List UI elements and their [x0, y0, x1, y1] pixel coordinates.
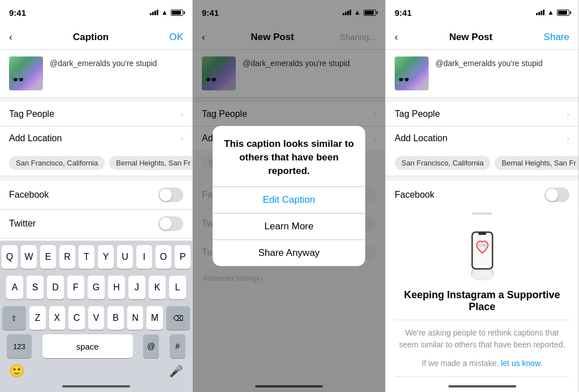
- key-t[interactable]: T: [79, 245, 94, 269]
- key-f[interactable]: F: [67, 276, 84, 299]
- key-q[interactable]: Q: [2, 245, 18, 269]
- key-at[interactable]: @: [143, 334, 159, 358]
- key-space[interactable]: space: [42, 334, 133, 358]
- dictation-key[interactable]: 🎤: [169, 364, 183, 378]
- tags-row-3: San Francisco, California Bernal Heights…: [386, 150, 578, 176]
- ok-button-1[interactable]: OK: [169, 32, 183, 43]
- key-y[interactable]: Y: [98, 245, 114, 269]
- key-b[interactable]: B: [107, 306, 124, 330]
- time-3: 9:41: [395, 8, 412, 18]
- share-anyway-button[interactable]: Share Anyway: [213, 240, 365, 266]
- let-us-know-link[interactable]: let us know.: [501, 359, 542, 368]
- key-m[interactable]: M: [146, 306, 163, 330]
- bar1: [536, 13, 538, 15]
- bar4: [157, 10, 158, 15]
- svg-point-4: [478, 243, 482, 247]
- caption-text-1[interactable]: @dark_emeralds you're stupid: [50, 56, 157, 68]
- key-v[interactable]: V: [88, 306, 105, 330]
- home-indicator-1: [0, 381, 192, 392]
- share-button-3[interactable]: Share: [544, 32, 569, 43]
- key-shift[interactable]: ⇧: [2, 306, 26, 330]
- tag-bernal[interactable]: Bernal Heights, San Fr: [109, 156, 192, 170]
- emoji-key[interactable]: 🙂: [9, 364, 24, 378]
- nav-title-1: Caption: [73, 32, 109, 43]
- warning-modal: This caption looks similar to others tha…: [213, 126, 365, 266]
- key-l[interactable]: L: [169, 276, 186, 299]
- key-123[interactable]: 123: [7, 334, 32, 358]
- phone-1: 9:41 ▲ ‹ Caption OK 🕶️ @dark_emeralds yo…: [0, 0, 193, 392]
- key-hash[interactable]: #: [170, 334, 185, 358]
- facebook-switch-1[interactable]: [158, 188, 183, 202]
- tag-people-item-3: Tag People ›: [386, 102, 578, 127]
- key-g[interactable]: G: [88, 276, 105, 299]
- nav-bar-3: ‹ New Post Share: [386, 25, 578, 50]
- key-d[interactable]: D: [47, 276, 64, 299]
- list-section-3: Tag People › Add Location ›: [386, 102, 578, 150]
- key-c[interactable]: C: [68, 306, 85, 330]
- twitter-switch-1[interactable]: [158, 216, 183, 231]
- wifi-icon-1: ▲: [161, 8, 168, 16]
- post-preview-1: 🕶️ @dark_emeralds you're stupid: [0, 50, 192, 98]
- keyboard-row-2: A S D F G H J K L: [0, 271, 192, 302]
- sheet-illustration: [395, 224, 569, 280]
- phone-2: 9:41 ▲ ‹ New Post Sharing... 🕶️ @dark_em…: [193, 0, 386, 392]
- svg-point-0: [471, 269, 494, 280]
- home-bar: [62, 385, 130, 387]
- signal-bars-3: [536, 10, 545, 15]
- post-thumbnail-3: 🕶️: [395, 56, 429, 90]
- key-x[interactable]: X: [49, 306, 66, 330]
- modal-body: This caption looks similar to others tha…: [213, 126, 365, 186]
- bottom-sheet: Keeping Instagram a Supportive Place We'…: [386, 203, 578, 392]
- status-bar-3: 9:41 ▲: [386, 0, 578, 25]
- chevron-icon-3b: ›: [567, 134, 569, 143]
- phone-heart-svg: [460, 224, 505, 280]
- facebook-toggle-1[interactable]: Facebook: [0, 181, 192, 210]
- back-button-1[interactable]: ‹: [9, 32, 12, 43]
- battery-3: [557, 10, 569, 16]
- key-j[interactable]: J: [128, 276, 145, 299]
- key-n[interactable]: N: [127, 306, 144, 330]
- sheet-body-1: We're asking people to rethink captions …: [395, 327, 569, 351]
- key-o[interactable]: O: [155, 245, 171, 269]
- tag-people-item-1[interactable]: Tag People ›: [0, 102, 192, 127]
- list-section-1: Tag People › Add Location ›: [0, 102, 192, 150]
- key-a[interactable]: A: [6, 276, 23, 299]
- sheet-separator-1: [395, 320, 569, 320]
- key-h[interactable]: H: [108, 276, 125, 299]
- glasses-emoji: 🕶️: [12, 73, 24, 86]
- nav-title-3: New Post: [449, 32, 492, 43]
- bar2: [152, 12, 154, 15]
- key-r[interactable]: R: [59, 245, 75, 269]
- wifi-icon-3: ▲: [547, 8, 554, 16]
- home-indicator-3: [386, 381, 578, 392]
- status-bar-1: 9:41 ▲: [0, 0, 192, 25]
- bar4: [543, 10, 545, 15]
- svg-rect-3: [478, 232, 486, 235]
- learn-more-button[interactable]: Learn More: [213, 214, 365, 240]
- edit-caption-button[interactable]: Edit Caption: [213, 187, 365, 214]
- signal-bars-1: [150, 10, 158, 15]
- keyboard-row-3: ⇧ Z X C V B N M ⌫: [0, 302, 192, 332]
- keyboard-row-1: Q W E R T Y U I O P: [0, 241, 192, 271]
- key-w[interactable]: W: [21, 245, 37, 269]
- key-k[interactable]: K: [149, 276, 166, 299]
- key-backspace[interactable]: ⌫: [166, 306, 190, 330]
- bar3: [541, 11, 542, 15]
- home-bar-3: [448, 385, 516, 387]
- post-preview-3: 🕶️ @dark_emeralds you're stupid: [386, 50, 578, 98]
- key-u[interactable]: U: [117, 245, 133, 269]
- key-s[interactable]: S: [27, 276, 44, 299]
- chevron-icon-3: ›: [567, 110, 569, 119]
- key-i[interactable]: I: [136, 245, 152, 269]
- key-e[interactable]: E: [40, 245, 56, 269]
- key-p[interactable]: P: [175, 245, 191, 269]
- twitter-toggle-1[interactable]: Twitter: [0, 210, 192, 238]
- key-z[interactable]: Z: [29, 306, 46, 330]
- time-1: 9:41: [9, 8, 26, 18]
- chevron-icon: ›: [180, 134, 183, 143]
- back-button-3[interactable]: ‹: [395, 32, 398, 43]
- tag-sf[interactable]: San Francisco, California: [9, 156, 105, 170]
- add-location-item-1[interactable]: Add Location ›: [0, 127, 192, 150]
- bar1: [150, 13, 152, 15]
- sheet-body-2: If we made a mistake, let us know.: [395, 358, 569, 369]
